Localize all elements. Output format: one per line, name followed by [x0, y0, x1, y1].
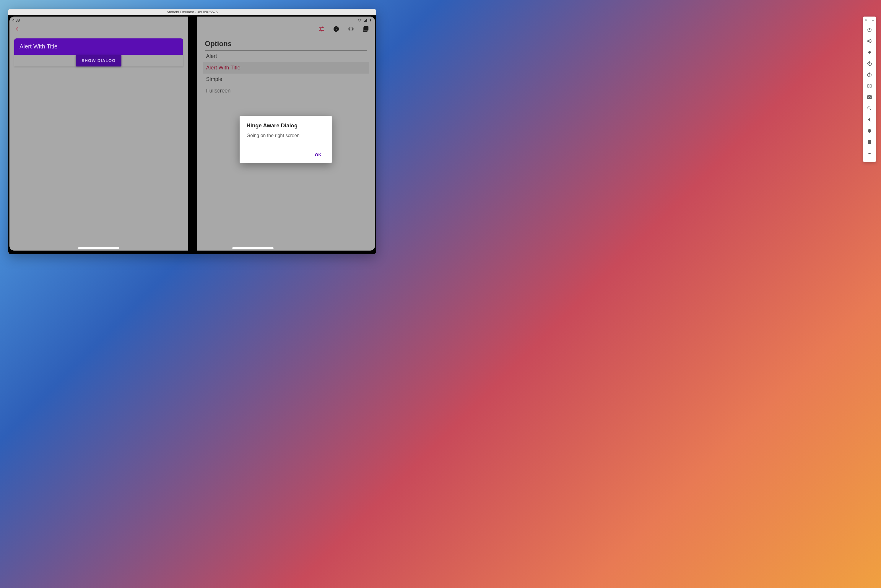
signal-icon	[363, 18, 368, 22]
app-nav-bar-right	[197, 24, 375, 34]
status-bar-right	[197, 16, 375, 24]
gesture-bar-right[interactable]	[232, 248, 274, 249]
volume-up-button[interactable]	[865, 36, 874, 46]
info-button[interactable]	[333, 25, 340, 33]
screenshot-posture-button[interactable]	[865, 80, 874, 92]
library-icon	[363, 26, 369, 32]
emulator-close-button[interactable]: ×	[865, 18, 867, 22]
svg-rect-2	[868, 141, 871, 144]
dialog-body: Going on the right screen	[247, 133, 325, 138]
rotate-left-button[interactable]	[865, 58, 874, 69]
back-arrow-icon	[15, 26, 21, 32]
rotate-right-button[interactable]	[865, 69, 874, 80]
card-header: Alert With Title	[14, 38, 183, 55]
show-dialog-button[interactable]: SHOW DIALOG	[76, 55, 121, 66]
emulator-minimize-button[interactable]: –	[872, 18, 874, 22]
nav-overview-button[interactable]	[865, 136, 874, 148]
nav-back-icon	[867, 117, 872, 122]
volume-up-icon	[867, 38, 872, 44]
code-icon	[348, 26, 354, 32]
nav-home-button[interactable]	[865, 125, 874, 136]
volume-down-button[interactable]	[865, 46, 874, 58]
dialog-title: Hinge Aware Dialog	[247, 122, 325, 129]
tune-button[interactable]	[318, 25, 325, 33]
device-frame: 4:38 Alert With Title SHOW DIALOG	[9, 16, 375, 250]
library-button[interactable]	[362, 25, 370, 33]
content-card: Alert With Title SHOW DIALOG	[14, 38, 183, 66]
emulator-window: Android Emulator - <build>:5575 4:38	[8, 9, 376, 254]
tune-icon	[318, 26, 325, 32]
emulator-title: Android Emulator - <build>:5575	[166, 10, 218, 14]
info-icon	[333, 26, 339, 32]
fold-icon	[867, 83, 872, 88]
rotate-right-icon	[867, 72, 872, 77]
camera-icon	[867, 94, 872, 100]
volume-down-icon	[867, 50, 872, 55]
nav-home-icon	[867, 128, 872, 134]
emulator-side-toolbar: × –	[863, 16, 876, 162]
status-bar-left: 4:38	[9, 16, 188, 24]
svg-point-4	[869, 153, 870, 154]
option-simple[interactable]: Simple	[205, 74, 367, 85]
svg-point-3	[868, 153, 869, 154]
svg-point-5	[871, 153, 871, 154]
hinge-aware-dialog: Hinge Aware Dialog Going on the right sc…	[240, 116, 332, 163]
app-nav-bar-left	[9, 24, 188, 34]
card-title: Alert With Title	[19, 43, 58, 50]
code-button[interactable]	[347, 25, 355, 33]
more-options-button[interactable]	[865, 148, 874, 159]
dialog-ok-button[interactable]: OK	[312, 150, 325, 159]
status-time: 4:38	[12, 18, 20, 22]
options-panel: Options Alert Alert With Title Simple Fu…	[197, 34, 375, 102]
options-title: Options	[205, 40, 367, 51]
wifi-icon	[357, 18, 362, 22]
more-icon	[867, 151, 872, 156]
back-button[interactable]	[15, 26, 21, 32]
right-screen: Options Alert Alert With Title Simple Fu…	[197, 16, 375, 250]
nav-overview-icon	[867, 140, 872, 145]
gesture-bar-left[interactable]	[78, 248, 119, 249]
option-alert-with-title[interactable]: Alert With Title	[203, 62, 369, 74]
svg-point-1	[868, 129, 871, 133]
zoom-icon	[867, 106, 872, 111]
power-button[interactable]	[865, 24, 874, 36]
nav-back-button[interactable]	[865, 114, 874, 125]
option-fullscreen[interactable]: Fullscreen	[205, 85, 367, 97]
option-alert[interactable]: Alert	[205, 51, 367, 62]
emulator-titlebar[interactable]: Android Emulator - <build>:5575	[8, 9, 376, 15]
zoom-button[interactable]	[865, 103, 874, 114]
power-icon	[867, 27, 872, 33]
battery-icon	[369, 18, 372, 22]
camera-button[interactable]	[865, 92, 874, 103]
left-screen: 4:38 Alert With Title SHOW DIALOG	[9, 16, 188, 250]
rotate-left-icon	[867, 61, 872, 66]
